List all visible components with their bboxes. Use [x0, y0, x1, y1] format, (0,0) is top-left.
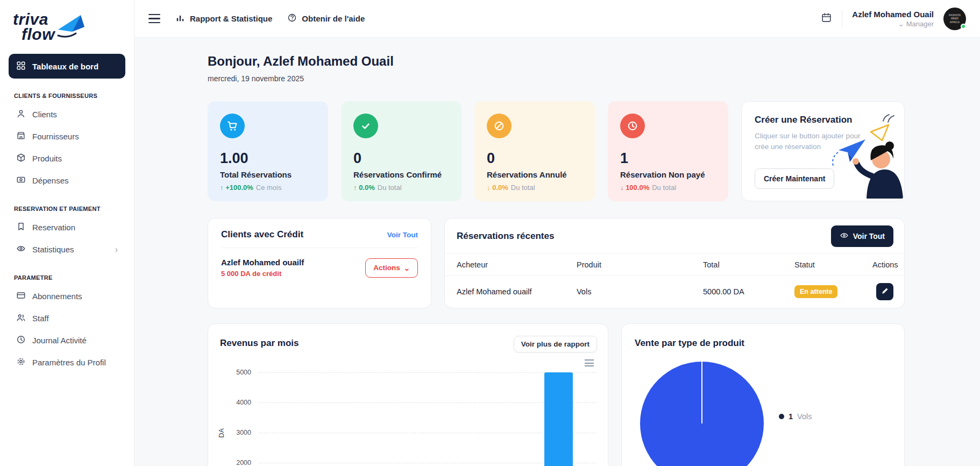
clients-credit-card: Clients avec Crédit Voir Tout Azlef Moha…: [208, 218, 431, 308]
sidebar-item-label: Fournisseurs: [32, 132, 79, 141]
brand-logo[interactable]: triva flow: [9, 0, 125, 54]
slash-circle-icon: [487, 114, 512, 138]
sidebar-item-dashboard[interactable]: Tableaux de bord: [9, 54, 125, 79]
y-tick: 2000: [220, 459, 251, 466]
brand-name-line2: flow: [22, 27, 55, 42]
user-menu[interactable]: Azlef Mohamed Ouail ⌄ Manager: [852, 10, 934, 28]
menu-toggle-icon[interactable]: [148, 14, 160, 24]
sidebar-item-statistiques[interactable]: Statistiques ›: [9, 238, 125, 260]
pencil-icon: [881, 287, 889, 296]
stat-value: 1: [620, 150, 716, 167]
y-tick: 5000: [220, 369, 251, 376]
report-statistique-link[interactable]: Rapport & Statistique: [175, 13, 272, 24]
stat-label: Total Réservations: [220, 170, 316, 179]
stat-card-non-paye: 1 Réservation Non payé ↓ 100.0% Du total: [608, 101, 728, 201]
edit-reservation-button[interactable]: [876, 283, 893, 300]
recent-title: Réservations récentes: [457, 231, 554, 242]
more-reports-button[interactable]: Voir plus de rapport: [514, 336, 597, 352]
table-header: Acheteur Produit Total Statut Actions: [445, 253, 904, 276]
avatar[interactable]: FASHIONWEEKAFRICA: [943, 8, 966, 30]
sidebar-item-label: Dépenses: [32, 176, 69, 185]
cart-icon: [220, 114, 245, 138]
pie-slice-divider: [701, 362, 702, 423]
pie-legend: 1 Vols: [779, 412, 812, 421]
paper-plane-logo-icon: [56, 13, 87, 40]
sidebar-item-produits[interactable]: Produits: [9, 147, 125, 170]
client-credit-amount: 5 000 DA de crédit: [221, 270, 304, 278]
stat-value: 0: [487, 150, 583, 167]
bookmark-icon: [16, 222, 26, 233]
credit-card-title: Clients avec Crédit: [221, 229, 303, 240]
sidebar-item-label: Abonnements: [32, 292, 82, 301]
stat-label: Réservations Confirmé: [353, 170, 449, 179]
sidebar-section-clients: CLIENTS & FOURNISSEURS: [14, 93, 120, 99]
revenue-chart-card: Revenus par mois Voir plus de rapport DA…: [208, 323, 608, 466]
col-actions: Actions: [872, 260, 898, 269]
sidebar-item-staff[interactable]: Staff: [9, 307, 125, 329]
online-status-dot: [961, 24, 966, 29]
col-statut: Statut: [794, 260, 872, 269]
app-window: triva flow Tableaux de bord CLIENTS & F: [0, 0, 980, 466]
pie-chart-title: Vente par type de produit: [635, 338, 891, 349]
calendar-icon[interactable]: [821, 12, 832, 25]
stat-value: 1.00: [220, 150, 316, 167]
revenue-bar-chart: DA 5000 4000 3000 2000: [220, 372, 596, 466]
user-name: Azlef Mohamed Ouail: [852, 10, 934, 19]
box-icon: [16, 153, 26, 164]
people-icon: [16, 313, 26, 324]
legend-dot-icon: [779, 414, 784, 419]
recent-voir-tout-button[interactable]: Voir Tout: [831, 225, 893, 247]
reservation-illustration: [807, 108, 904, 201]
bar-chart-icon: [175, 13, 185, 24]
sales-pie-chart[interactable]: [640, 362, 764, 466]
sidebar-item-fournisseurs[interactable]: Fournisseurs: [9, 125, 125, 147]
eye-icon: [16, 244, 26, 255]
col-produit: Produit: [577, 260, 703, 269]
stat-card-total-reservations: 1.00 Total Réservations ↑ +100.0% Ce moi…: [208, 101, 328, 201]
cell-total: 5000.00 DA: [703, 287, 794, 296]
client-actions-button[interactable]: Actions ⌄: [365, 258, 418, 278]
sidebar-item-label: Statistiques: [32, 245, 74, 254]
sidebar-item-label: Clients: [32, 110, 57, 119]
sidebar: triva flow Tableaux de bord CLIENTS & F: [0, 0, 134, 466]
legend-label: Vols: [797, 412, 812, 421]
storefront-icon: [16, 131, 26, 142]
sidebar-item-abonnements[interactable]: Abonnements: [9, 285, 125, 307]
clock-icon: [16, 335, 26, 346]
y-tick: 3000: [220, 429, 251, 436]
question-circle-icon: [287, 13, 297, 24]
sidebar-item-clients[interactable]: Clients: [9, 103, 125, 125]
stat-value: 0: [353, 150, 449, 167]
trend-up-icon: ↑: [353, 183, 357, 192]
sidebar-item-label: Reservation: [32, 223, 75, 232]
client-name: Azlef Mohamed ouailf: [221, 258, 304, 267]
topbar-divider: [842, 10, 842, 27]
sidebar-item-label: Tableaux de bord: [32, 62, 98, 71]
chart-menu-icon[interactable]: [585, 359, 594, 366]
page-date: mercredi, 19 novembre 2025: [208, 74, 905, 83]
trend-up-icon: ↑: [220, 183, 224, 192]
user-role: Manager: [906, 20, 934, 28]
credit-client-row: Azlef Mohamed ouailf 5 000 DA de crédit …: [221, 258, 418, 278]
trend-down-icon: ↓: [487, 183, 491, 192]
sidebar-item-parametres-profil[interactable]: Paramètres du Profil: [9, 351, 125, 373]
trend-down-icon: ↓: [620, 183, 624, 192]
brand-name-line1: triva: [13, 12, 55, 27]
sidebar-item-depenses[interactable]: Dépenses: [9, 170, 125, 192]
credit-voir-tout-link[interactable]: Voir Tout: [387, 231, 418, 239]
revenue-bar[interactable]: [544, 372, 573, 466]
chevron-right-icon: ›: [115, 245, 118, 255]
chevron-down-icon: ⌄: [404, 264, 410, 272]
sales-by-product-card: Vente par type de produit 1 Vols: [621, 323, 905, 466]
sidebar-section-parametre: PARAMETRE: [14, 274, 120, 281]
main-content: Bonjour, Azlef Mohamed Ouail mercredi, 1…: [134, 38, 980, 466]
sidebar-item-label: Produits: [32, 154, 62, 163]
person-icon: [16, 109, 26, 120]
help-link[interactable]: Obtenir de l'aide: [287, 13, 365, 24]
check-icon: [353, 114, 378, 138]
sidebar-item-label: Journal Activité: [32, 336, 87, 345]
col-total: Total: [703, 260, 794, 269]
sidebar-item-reservation[interactable]: Reservation: [9, 216, 125, 238]
sidebar-item-journal[interactable]: Journal Activité: [9, 329, 125, 351]
eye-icon: [840, 231, 849, 242]
